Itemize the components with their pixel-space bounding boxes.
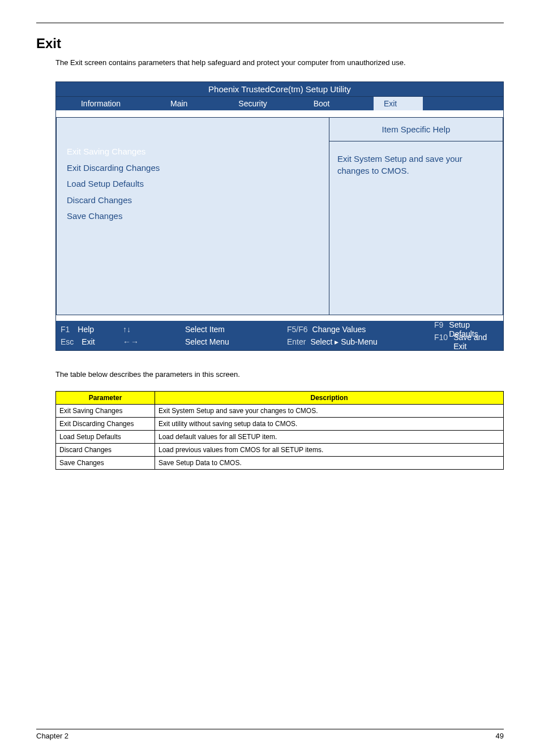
key-enter: Enter — [287, 337, 306, 346]
cell-param: Exit Discarding Changes — [56, 418, 155, 431]
help-body: Exit System Setup and save your changes … — [329, 141, 503, 315]
params-table: Parameter Description Exit Saving Change… — [55, 391, 504, 470]
cell-desc: Load default values for all SETUP item. — [155, 431, 504, 444]
lbl-select-submenu: Select ▸ Sub-Menu — [310, 337, 377, 346]
cell-desc: Exit utility without saving setup data t… — [155, 418, 504, 431]
table-row: Discard Changes Load previous values fro… — [56, 444, 504, 457]
tab-boot[interactable]: Boot — [293, 97, 374, 110]
bios-footer: F1 Help ↑↓ Select Item F5/F6 Change Valu… — [56, 321, 503, 350]
table-row: Load Setup Defaults Load default values … — [56, 431, 504, 444]
key-f10: F10 — [434, 333, 448, 351]
menu-load-setup-defaults[interactable]: Load Setup Defaults — [67, 176, 319, 192]
key-esc: Esc — [61, 337, 74, 346]
menu-exit-discarding-changes[interactable]: Exit Discarding Changes — [67, 160, 319, 177]
cell-param: Load Setup Defaults — [56, 431, 155, 444]
cell-desc: Save Setup Data to CMOS. — [155, 457, 504, 470]
key-leftright-icon: ←→ — [123, 337, 139, 346]
lbl-save-exit: Save and Exit — [453, 333, 499, 351]
table-row: Exit Discarding Changes Exit utility wit… — [56, 418, 504, 431]
cell-desc: Exit System Setup and save your changes … — [155, 405, 504, 418]
tab-security[interactable]: Security — [213, 97, 293, 110]
section-title: Exit — [36, 36, 504, 51]
cell-desc: Load previous values from CMOS for all S… — [155, 444, 504, 457]
menu-discard-changes[interactable]: Discard Changes — [67, 192, 319, 209]
intro-text: The Exit screen contains parameters that… — [55, 58, 504, 67]
th-description: Description — [155, 392, 504, 405]
table-row: Exit Saving Changes Exit System Setup an… — [56, 405, 504, 418]
table-intro: The table below describes the parameters… — [55, 370, 504, 379]
bios-menu-pane: Exit Saving Changes Exit Discarding Chan… — [56, 117, 329, 315]
bios-title: Phoenix TrustedCore(tm) Setup Utility — [56, 82, 503, 97]
menu-exit-saving-changes[interactable]: Exit Saving Changes — [67, 144, 319, 160]
tab-main[interactable]: Main — [145, 97, 213, 110]
cell-param: Discard Changes — [56, 444, 155, 457]
lbl-select-item: Select Item — [185, 325, 225, 334]
table-row: Save Changes Save Setup Data to CMOS. — [56, 457, 504, 470]
bios-tabs: Information Main Security Boot Exit — [56, 97, 503, 110]
lbl-exit: Exit — [82, 337, 95, 346]
key-f5f6: F5/F6 — [287, 325, 308, 334]
bios-panel: Phoenix TrustedCore(tm) Setup Utility In… — [55, 81, 504, 351]
tab-filler — [423, 97, 503, 110]
tab-information[interactable]: Information — [56, 97, 145, 110]
cell-param: Exit Saving Changes — [56, 405, 155, 418]
lbl-change-values: Change Values — [312, 325, 366, 334]
key-updown-icon: ↑↓ — [123, 325, 131, 334]
tab-exit[interactable]: Exit — [374, 97, 423, 110]
th-parameter: Parameter — [56, 392, 155, 405]
menu-save-changes[interactable]: Save Changes — [67, 208, 319, 225]
help-header: Item Specific Help — [329, 117, 503, 141]
lbl-help: Help — [78, 325, 94, 334]
cell-param: Save Changes — [56, 457, 155, 470]
key-f1: F1 — [61, 325, 70, 334]
lbl-select-menu: Select Menu — [185, 337, 229, 346]
